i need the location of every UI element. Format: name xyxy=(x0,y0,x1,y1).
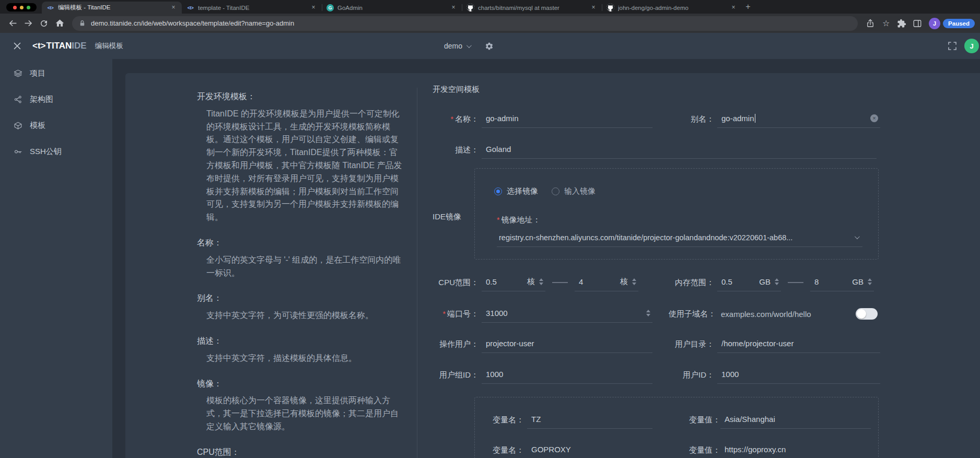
user-dir-label: 用户目录： xyxy=(664,339,714,349)
radio-select-image[interactable]: 选择镜像 xyxy=(494,186,538,196)
browser-tab-goadmin[interactable]: G GoAdmin × xyxy=(322,2,462,14)
help-column: 开发环境模板： TitanIDE 的开发环境模板是为用户提供一个可定制化的环境模… xyxy=(197,84,405,458)
template-cube-icon xyxy=(14,121,22,130)
port-value: 31000 xyxy=(486,309,508,318)
macos-window-controls[interactable] xyxy=(6,3,37,11)
group-id-input[interactable]: 1000 xyxy=(482,367,652,384)
sidebar-item-architecture[interactable]: 架构图 xyxy=(0,87,112,112)
env-value-input[interactable]: https://goproxy.cn xyxy=(720,442,871,458)
memory-min-input[interactable]: 0.5 GB xyxy=(717,274,781,291)
window-minimize-button[interactable] xyxy=(20,6,24,9)
settings-gear-icon[interactable] xyxy=(485,42,494,51)
sidebar-item-label: 模板 xyxy=(30,121,45,131)
sidebar-item-label: 架构图 xyxy=(30,95,53,104)
clear-input-icon[interactable]: × xyxy=(870,114,878,122)
logo-titan: TITAN xyxy=(46,41,72,51)
port-input[interactable]: 31000 xyxy=(482,306,652,323)
description-input[interactable]: Goland xyxy=(482,142,877,159)
cpu-min-input[interactable]: 0.5 核 xyxy=(482,274,545,291)
sidebar-item-label: SSH公钥 xyxy=(30,147,62,157)
cpu-max-value: 4 xyxy=(579,277,583,286)
ide-image-box: 选择镜像 输入镜像 镜像地址： registry.cn-shenzhen.ali… xyxy=(474,168,879,260)
address-bar[interactable]: demo.titanide.cn/ide/web/workspace/templ… xyxy=(72,16,858,31)
architecture-graph-icon xyxy=(14,95,22,104)
operate-user-input[interactable]: projector-user xyxy=(482,336,652,353)
description-value: Goland xyxy=(486,145,511,154)
extensions-puzzle-icon[interactable] xyxy=(894,16,909,31)
group-id-label: 用户组ID： xyxy=(433,370,479,380)
side-panel-icon[interactable] xyxy=(910,16,925,31)
user-id-input[interactable]: 1000 xyxy=(717,367,880,384)
forward-button[interactable] xyxy=(21,16,36,31)
radio-label: 选择镜像 xyxy=(507,186,538,196)
memory-max-value: 8 xyxy=(814,277,819,286)
projects-layers-icon xyxy=(14,69,22,78)
sync-paused-badge: Paused xyxy=(943,19,975,28)
reload-button[interactable] xyxy=(37,16,51,31)
tab-title: charts/bitnami/mysql at master xyxy=(478,5,586,11)
memory-range-label: 内存范围： xyxy=(664,278,714,288)
alias-label: 别名： xyxy=(664,114,714,124)
user-dir-input[interactable]: /home/projector-user xyxy=(717,336,880,353)
browser-tab-edit-template[interactable]: <t> 编辑模板 - TitanIDE × xyxy=(42,2,182,14)
browser-tab-github-mysql[interactable]: charts/bitnami/mysql at master × xyxy=(462,2,602,14)
user-avatar[interactable]: J xyxy=(964,39,979,53)
tab-close-icon[interactable]: × xyxy=(590,4,597,11)
tab-title: GoAdmin xyxy=(337,5,446,11)
name-input[interactable]: go-admin xyxy=(482,111,652,128)
home-button[interactable] xyxy=(52,16,67,31)
template-editor-panel: 开发环境模板： TitanIDE 的开发环境模板是为用户提供一个可定制化的环境模… xyxy=(125,73,980,458)
radio-input-image[interactable]: 输入镜像 xyxy=(552,186,596,196)
group-id-value: 1000 xyxy=(486,370,503,379)
env-name-input[interactable]: TZ xyxy=(527,412,652,429)
tab-close-icon[interactable]: × xyxy=(170,4,177,11)
window-close-button[interactable] xyxy=(13,6,17,9)
memory-max-input[interactable]: 8 GB xyxy=(810,274,874,291)
github-favicon-icon xyxy=(466,4,474,11)
image-address-label: 镜像地址： xyxy=(497,215,540,225)
tab-close-icon[interactable]: × xyxy=(310,4,317,11)
subdomain-toggle[interactable] xyxy=(856,308,878,320)
cpu-max-input[interactable]: 4 核 xyxy=(575,274,638,291)
browser-tab-template[interactable]: <t> template - TitanIDE × xyxy=(182,2,322,14)
browser-tab-github-goadmin-demo[interactable]: john-deng/go-admin-demo × xyxy=(602,2,742,14)
stepper-icon[interactable] xyxy=(632,278,636,285)
sidebar-item-ssh-keys[interactable]: SSH公钥 xyxy=(0,139,112,164)
alias-input[interactable]: go-admin × xyxy=(717,111,880,128)
env-var-row: 变量名： TZ 变量值： Asia/Shanghai xyxy=(491,411,871,429)
cpu-min-value: 0.5 xyxy=(486,277,497,286)
env-value-input[interactable]: Asia/Shanghai xyxy=(720,412,871,429)
stepper-icon[interactable] xyxy=(868,278,872,285)
sidebar-item-templates[interactable]: 模板 xyxy=(0,113,112,138)
stepper-icon[interactable] xyxy=(646,310,650,316)
description-label: 描述： xyxy=(433,145,479,155)
env-name-value: GOPROXY xyxy=(531,445,571,454)
secure-lock-icon[interactable] xyxy=(78,19,86,27)
sidebar-item-projects[interactable]: 项目 xyxy=(0,61,112,86)
tab-close-icon[interactable]: × xyxy=(450,4,457,11)
tab-close-icon[interactable]: × xyxy=(730,4,737,11)
range-dash xyxy=(788,282,803,283)
bookmark-star-icon[interactable]: ☆ xyxy=(879,16,893,31)
share-icon[interactable] xyxy=(863,16,878,31)
browser-profile-button[interactable]: J Paused xyxy=(929,18,975,29)
app-header: <t> TITAN IDE 编辑模板 demo J xyxy=(0,33,980,59)
stepper-icon[interactable] xyxy=(775,278,779,285)
fullscreen-icon[interactable] xyxy=(948,41,957,51)
new-tab-button[interactable]: + xyxy=(742,1,754,13)
memory-unit: GB xyxy=(852,277,864,286)
tab-title: template - TitanIDE xyxy=(198,5,306,11)
logo-prefix: <t> xyxy=(32,41,46,51)
back-button[interactable] xyxy=(5,16,20,31)
help-section-title: CPU范围： xyxy=(197,446,405,458)
image-address-dropdown[interactable]: registry.cn-shenzhen.aliyuncs.com/titani… xyxy=(497,229,862,247)
stepper-icon[interactable] xyxy=(539,278,543,285)
workspace-selector[interactable]: demo xyxy=(444,42,470,50)
env-name-input[interactable]: GOPROXY xyxy=(527,442,652,458)
user-id-label: 用户ID： xyxy=(664,370,714,380)
browser-toolbar: demo.titanide.cn/ide/web/workspace/templ… xyxy=(0,14,980,33)
close-editor-icon[interactable] xyxy=(10,39,24,53)
help-section-body: TitanIDE 的开发环境模板是为用户提供一个可定制化的环境模板设计工具，生成… xyxy=(206,108,405,224)
env-name-value: TZ xyxy=(531,415,541,424)
window-zoom-button[interactable] xyxy=(27,6,30,9)
